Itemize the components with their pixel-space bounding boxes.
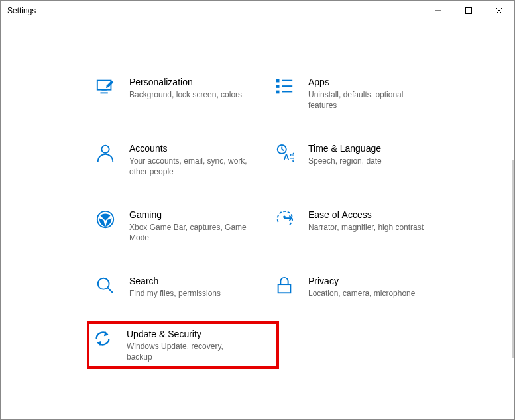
svg-line-16	[282, 149, 284, 150]
svg-text:A字: A字	[283, 152, 294, 162]
tile-accounts[interactable]: Accounts Your accounts, email, sync, wor…	[92, 140, 271, 180]
tile-subtitle: Find my files, permissions	[129, 288, 221, 299]
window-title: Settings	[7, 6, 423, 15]
update-security-icon	[92, 328, 113, 349]
accounts-icon	[95, 142, 116, 164]
tile-subtitle: Windows Update, recovery, backup	[127, 341, 246, 362]
svg-point-21	[98, 278, 109, 289]
tile-apps[interactable]: Apps Uninstall, defaults, optional featu…	[271, 74, 450, 113]
tile-subtitle: Narrator, magnifier, high contrast	[308, 222, 424, 233]
tile-text: Personalization Background, lock screen,…	[129, 76, 242, 100]
tile-subtitle: Background, lock screen, colors	[129, 89, 242, 100]
tile-privacy[interactable]: Privacy Location, camera, microphone	[271, 272, 450, 301]
personalization-icon	[95, 76, 116, 97]
apps-icon	[274, 76, 295, 97]
tile-title: Personalization	[129, 76, 242, 88]
tile-text: Ease of Access Narrator, magnifier, high…	[308, 209, 424, 233]
tile-subtitle: Location, camera, microphone	[308, 288, 415, 299]
svg-rect-9	[276, 91, 280, 94]
tile-text: Apps Uninstall, defaults, optional featu…	[308, 76, 428, 111]
tile-text: Search Find my files, permissions	[129, 275, 221, 299]
tile-title: Privacy	[308, 275, 415, 287]
search-icon	[95, 275, 116, 296]
scrollbar[interactable]	[510, 21, 514, 419]
tile-text: Gaming Xbox Game Bar, captures, Game Mod…	[129, 209, 249, 243]
tile-title: Accounts	[129, 142, 249, 154]
tile-personalization[interactable]: Personalization Background, lock screen,…	[92, 74, 271, 113]
tile-title: Apps	[308, 76, 428, 88]
svg-rect-7	[276, 79, 280, 83]
svg-point-13	[101, 146, 109, 153]
tile-text: Time & Language Speech, region, date	[308, 142, 382, 166]
tile-search[interactable]: Search Find my files, permissions	[92, 272, 271, 301]
tile-gaming[interactable]: Gaming Xbox Game Bar, captures, Game Mod…	[92, 206, 271, 246]
settings-content: Personalization Background, lock screen,…	[1, 21, 514, 362]
ease-of-access-icon	[274, 209, 295, 230]
tile-title: Update & Security	[127, 328, 246, 340]
svg-rect-1	[466, 8, 472, 14]
settings-grid: Personalization Background, lock screen,…	[92, 74, 514, 362]
tile-title: Ease of Access	[308, 209, 424, 221]
tile-text: Update & Security Windows Update, recove…	[127, 328, 246, 362]
tile-subtitle: Xbox Game Bar, captures, Game Mode	[129, 222, 249, 243]
privacy-icon	[274, 275, 295, 296]
tile-text: Privacy Location, camera, microphone	[308, 275, 415, 299]
close-button[interactable]	[484, 1, 514, 21]
tile-subtitle: Your accounts, email, sync, work, other …	[129, 156, 249, 177]
svg-rect-8	[276, 85, 280, 88]
tile-update-security[interactable]: Update & Security Windows Update, recove…	[87, 321, 279, 369]
tile-text: Accounts Your accounts, email, sync, wor…	[129, 142, 249, 177]
svg-line-22	[108, 288, 113, 293]
tile-subtitle: Uninstall, defaults, optional features	[308, 89, 428, 111]
minimize-button[interactable]	[423, 1, 453, 21]
tile-ease-of-access[interactable]: Ease of Access Narrator, magnifier, high…	[271, 206, 450, 246]
scrollbar-thumb[interactable]	[512, 160, 514, 358]
time-language-icon: A字	[274, 142, 295, 164]
titlebar: Settings	[1, 1, 514, 21]
tile-subtitle: Speech, region, date	[308, 156, 382, 166]
window-controls	[423, 1, 514, 21]
tile-time-language[interactable]: A字 Time & Language Speech, region, date	[271, 140, 450, 180]
gaming-icon	[95, 209, 116, 230]
maximize-button[interactable]	[453, 1, 484, 21]
tile-title: Gaming	[129, 209, 249, 221]
tile-title: Time & Language	[308, 142, 382, 154]
svg-rect-23	[278, 284, 291, 293]
tile-title: Search	[129, 275, 221, 287]
